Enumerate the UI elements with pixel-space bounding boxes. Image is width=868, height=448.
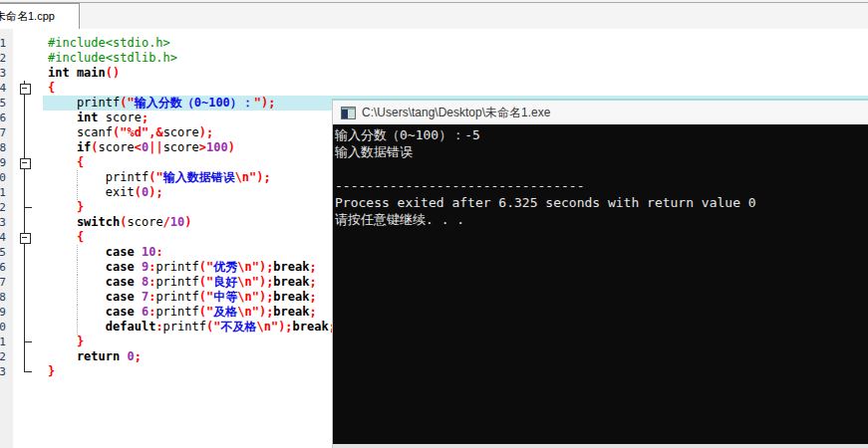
console-line xyxy=(335,160,868,177)
fold-guide-line xyxy=(13,305,43,320)
line-number: 15 xyxy=(0,245,6,260)
line-number: 13 xyxy=(0,215,6,230)
line-number: 9 xyxy=(0,155,6,170)
code-text: #include<stdlib.h> xyxy=(43,51,868,66)
fold-guide-line xyxy=(13,36,43,51)
fold-toggle-icon[interactable] xyxy=(13,155,43,170)
indent-guide xyxy=(77,245,78,260)
line-number: 22 xyxy=(0,349,6,364)
fold-collapse-box[interactable] xyxy=(20,233,31,244)
fold-guide-line xyxy=(13,51,43,66)
fold-guide-line xyxy=(13,275,43,290)
line-number: 2 xyxy=(0,51,6,66)
line-number: 18 xyxy=(0,290,6,305)
line-number: 3 xyxy=(0,66,6,81)
line-number: 21 xyxy=(0,335,6,349)
fold-guide-line xyxy=(13,320,43,335)
fold-guide-line xyxy=(13,185,43,200)
line-number: 23 xyxy=(0,364,6,379)
fold-guide-line xyxy=(13,66,43,81)
console-line: 输入数据错误 xyxy=(335,143,868,160)
line-number: 8 xyxy=(0,140,6,155)
devcpp-window: 未命名1.cpp 1#include<stdio.h>2#include<std… xyxy=(0,0,868,448)
line-number: 19 xyxy=(0,305,6,320)
fold-guide-line xyxy=(13,170,43,185)
fold-collapse-box[interactable] xyxy=(20,158,31,169)
console-output[interactable]: 输入分数（0~100）：-5输入数据错误--------------------… xyxy=(333,124,868,444)
fold-guide-line xyxy=(13,349,43,364)
line-number: 12 xyxy=(0,200,6,215)
indent-guide xyxy=(77,320,78,335)
code-line[interactable]: 1#include<stdio.h> xyxy=(0,36,868,51)
fold-guide-line xyxy=(13,364,43,379)
fold-guide-line xyxy=(13,335,43,349)
fold-guide-line xyxy=(13,215,43,230)
fold-guide-line xyxy=(13,260,43,275)
line-number: 16 xyxy=(0,260,6,275)
fold-guide-line xyxy=(13,96,43,111)
console-bottom-edge xyxy=(333,444,868,448)
fold-guide-line xyxy=(13,140,43,155)
fold-guide-line xyxy=(13,111,43,125)
line-number: 6 xyxy=(0,111,6,125)
line-number: 7 xyxy=(0,125,6,140)
tab-unnamed1-cpp[interactable]: 未命名1.cpp xyxy=(0,3,80,29)
code-line[interactable]: 3int main() xyxy=(0,66,868,81)
indent-guide xyxy=(77,260,78,275)
editor-tab-bar: 未命名1.cpp xyxy=(0,0,868,29)
fold-guide-line xyxy=(13,245,43,260)
console-window-icon xyxy=(341,107,356,119)
fold-collapse-box[interactable] xyxy=(20,84,31,95)
tab-label: 未命名1.cpp xyxy=(0,10,55,22)
line-number: 14 xyxy=(0,230,6,245)
console-line: Process exited after 6.325 seconds with … xyxy=(335,194,868,211)
code-text: #include<stdio.h> xyxy=(43,36,868,51)
line-number: 17 xyxy=(0,275,6,290)
line-number: 20 xyxy=(0,320,6,335)
fold-guide-line xyxy=(13,200,43,215)
code-line[interactable]: 4{ xyxy=(0,81,868,96)
code-text: int main() xyxy=(43,66,868,81)
code-line[interactable]: 2#include<stdlib.h> xyxy=(0,51,868,66)
indent-guide xyxy=(77,185,78,200)
console-line: 输入分数（0~100）：-5 xyxy=(335,126,868,143)
console-titlebar[interactable]: C:\Users\tang\Desktop\未命名1.exe xyxy=(333,101,868,124)
indent-guide xyxy=(77,275,78,290)
line-number: 4 xyxy=(0,81,6,96)
console-title: C:\Users\tang\Desktop\未命名1.exe xyxy=(362,105,550,121)
indent-guide xyxy=(77,290,78,305)
console-line: -------------------------------- xyxy=(335,177,868,194)
line-number: 11 xyxy=(0,185,6,200)
line-number: 1 xyxy=(0,36,6,51)
console-window: C:\Users\tang\Desktop\未命名1.exe 输入分数（0~10… xyxy=(332,99,868,448)
fold-toggle-icon[interactable] xyxy=(13,81,43,96)
line-number: 5 xyxy=(0,96,6,111)
line-number: 10 xyxy=(0,170,6,185)
fold-guide-line xyxy=(13,290,43,305)
fold-guide-line xyxy=(13,125,43,140)
indent-guide xyxy=(77,305,78,320)
indent-guide xyxy=(77,170,78,185)
fold-toggle-icon[interactable] xyxy=(13,230,43,245)
code-text: { xyxy=(43,81,868,96)
console-line: 请按任意键继续. . . xyxy=(335,211,868,228)
